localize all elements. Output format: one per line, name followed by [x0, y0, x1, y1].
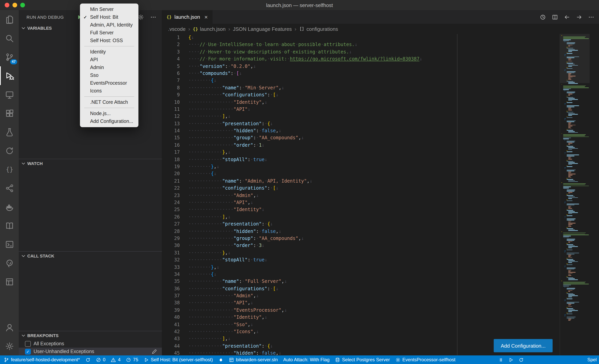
menu-item[interactable]: EventsProcessor — [80, 79, 138, 87]
chevron-down-icon — [20, 25, 26, 31]
status-item-eventsprocessor-selfhost[interactable]: EventsProcessor-selfhost — [395, 357, 455, 363]
status-item-4[interactable]: 4 — [111, 357, 121, 363]
pause-icon — [498, 357, 503, 362]
activity-postgres[interactable] — [0, 254, 19, 272]
chevron-down-icon — [20, 253, 26, 259]
watch-body — [19, 168, 162, 251]
menu-item[interactable]: Admin — [80, 64, 138, 71]
line-number: 45 — [162, 350, 180, 355]
menu-item[interactable]: Full Server — [80, 29, 138, 37]
checkbox[interactable]: ✓ — [25, 341, 31, 347]
code-line: 21············"name":·"Admin,·API,·Ident… — [162, 178, 422, 185]
line-number: 39 — [162, 307, 180, 314]
section-watch[interactable]: WATCH — [19, 159, 162, 168]
activity-search[interactable] — [0, 29, 19, 48]
menu-item[interactable]: Min Server — [80, 5, 138, 13]
status-right: Spell — [498, 357, 597, 363]
activity-layout[interactable] — [0, 272, 19, 291]
menu-item[interactable]: Sso — [80, 71, 138, 79]
tab-bar: {} launch.json × — [162, 10, 599, 24]
line-number: 22 — [162, 185, 180, 192]
code-line: 5····"version":·"0.2.0",↓ — [162, 63, 422, 70]
activity-brackets[interactable]: {} — [0, 160, 19, 179]
breadcrumb-item[interactable]: .vscode — [168, 26, 186, 32]
activity-source-control[interactable]: 47 — [0, 48, 19, 66]
status-item[interactable] — [509, 357, 514, 362]
code-editor[interactable]: 1{↓2····//·Use·IntelliSense·to·learn·abo… — [162, 34, 599, 355]
line-number: 38 — [162, 299, 180, 307]
gear-icon[interactable] — [138, 14, 144, 20]
line-number: 9 — [162, 91, 180, 98]
menu-item[interactable]: API — [80, 56, 138, 64]
history-icon[interactable] — [540, 14, 546, 20]
menu-item[interactable]: .NET Core Attach — [80, 98, 138, 106]
window-title: launch.json — server-selfhost — [266, 2, 333, 8]
split-editor-icon[interactable] — [552, 14, 558, 20]
minimap[interactable] — [560, 34, 590, 355]
breadcrumb-item[interactable]: {}launch.json — [193, 26, 226, 32]
status-item-select-postgres-server[interactable]: Select Postgres Server — [335, 357, 390, 363]
activity-docker[interactable] — [0, 197, 19, 216]
activity-explorer[interactable] — [0, 10, 19, 29]
section-call-stack[interactable]: CALL STACK — [19, 251, 162, 260]
status-item-spell[interactable]: Spell — [587, 357, 597, 363]
activity-notebook[interactable] — [0, 216, 19, 235]
section-breakpoints[interactable]: BREAKPOINTS — [19, 331, 162, 340]
status-item[interactable] — [498, 357, 503, 362]
breadcrumb: .vscode›{}launch.json›JSON Language Feat… — [162, 24, 599, 34]
arrow-left-icon[interactable] — [564, 14, 570, 20]
add-configuration-button[interactable]: Add Configuration... — [494, 339, 553, 352]
status-item[interactable] — [218, 357, 223, 362]
breadcrumb-item[interactable]: JSON Language Features — [233, 26, 292, 32]
activity-live-share[interactable] — [0, 179, 19, 197]
ellipsis-icon[interactable] — [588, 14, 594, 20]
minimize-window-button[interactable] — [12, 3, 17, 7]
activity-settings[interactable] — [0, 337, 19, 355]
menu-item[interactable]: ✓Self Host: Bit — [80, 13, 138, 21]
menu-item[interactable]: Icons — [80, 87, 138, 95]
line-number: 1 — [162, 34, 180, 41]
menu-separator — [84, 96, 134, 97]
status-item-0[interactable]: 0 — [96, 357, 106, 363]
status-item-auto-attach-with-flag[interactable]: Auto Attach: With Flag — [283, 357, 330, 363]
code-line: 9············"configurations":·[↓ — [162, 91, 422, 98]
checkbox[interactable]: ✓ — [25, 349, 31, 355]
code-line: 18············"stopAll":·true↓ — [162, 156, 422, 163]
breadcrumb-item[interactable]: configurations — [299, 26, 338, 32]
menu-item[interactable]: Admin, API, Identity — [80, 21, 138, 29]
status-item-75[interactable]: 75 — [126, 357, 138, 363]
arrow-right-icon[interactable] — [576, 14, 582, 20]
status-item[interactable] — [85, 357, 90, 362]
menu-item[interactable]: Node.js... — [80, 110, 138, 117]
status-item-self-host-bit-server-selfhost[interactable]: Self Host: Bit (server-selfhost) — [144, 357, 213, 363]
activity-restore[interactable] — [0, 141, 19, 160]
status-item[interactable] — [519, 357, 524, 362]
menu-item[interactable]: Identity — [80, 48, 138, 56]
code-line: 1{↓ — [162, 34, 422, 41]
activity-terminal[interactable] — [0, 235, 19, 254]
panel-title: RUN AND DEBUG — [26, 15, 64, 19]
activity-extensions[interactable] — [0, 104, 19, 123]
code-line: 39················"EventsProcessor",↓ — [162, 307, 422, 314]
views-ellipsis-icon[interactable] — [150, 14, 156, 20]
menu-item[interactable]: Self Host: OSS — [80, 37, 138, 44]
close-window-button[interactable] — [5, 3, 9, 7]
status-item-bitwarden-server-sln[interactable]: bitwarden-server.sln — [229, 357, 278, 363]
status-item-feature-self-hosted-development[interactable]: feature/self-hosted-development* — [4, 357, 80, 363]
zoom-window-button[interactable] — [20, 3, 25, 7]
menu-item[interactable]: Add Configuration... — [80, 117, 138, 125]
close-tab-icon[interactable]: × — [204, 14, 208, 20]
activity-testing[interactable] — [0, 123, 19, 141]
code-line: 11················"API"↓ — [162, 106, 422, 113]
activity-run-and-debug[interactable] — [0, 66, 19, 85]
status-left: feature/self-hosted-development*0475Self… — [4, 357, 498, 363]
line-number: 26 — [162, 213, 180, 221]
code-line: 14················"hidden":·false,↓ — [162, 127, 422, 134]
edit-pencil-icon[interactable] — [151, 349, 157, 355]
code-lines: 1{↓2····//·Use·IntelliSense·to·learn·abo… — [162, 34, 422, 355]
breakpoint-row[interactable]: ✓User-Unhandled Exceptions — [19, 348, 162, 355]
activity-accounts[interactable] — [0, 318, 19, 337]
tab-launch-json[interactable]: {} launch.json × — [162, 10, 212, 24]
breakpoint-row[interactable]: ✓All Exceptions — [19, 340, 162, 348]
activity-remote-explorer[interactable] — [0, 85, 19, 104]
